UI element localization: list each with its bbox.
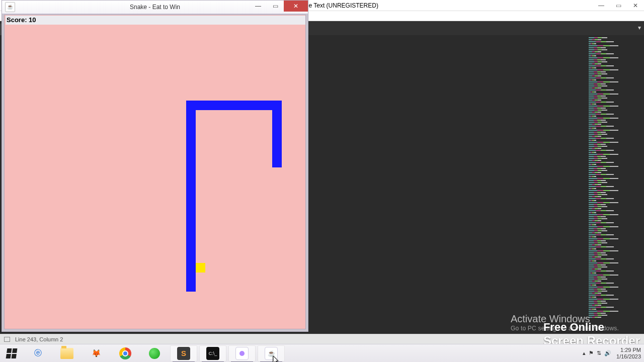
snake-segment xyxy=(272,129,282,139)
taskbar-clock[interactable]: 1:29 PM 1/16/2023 xyxy=(616,347,641,360)
taskbar-cmd[interactable]: C:\_ xyxy=(199,345,226,361)
snake-segment xyxy=(205,101,215,110)
maximize-button[interactable]: ▭ xyxy=(610,0,627,11)
snake-segment xyxy=(224,101,234,110)
snake-segment xyxy=(186,253,196,263)
snake-segment xyxy=(253,101,263,110)
close-button[interactable]: ✕ xyxy=(627,0,644,11)
snake-segment xyxy=(186,234,196,244)
cursor-position: Line 243, Column 2 xyxy=(15,336,63,342)
snake-segment xyxy=(186,139,196,148)
snake-segment xyxy=(186,225,196,234)
taskbar-sublime[interactable]: S xyxy=(170,345,197,361)
recorder-icon xyxy=(235,347,249,360)
snake-segment xyxy=(186,196,196,206)
snake-segment xyxy=(263,101,272,110)
snake-segment xyxy=(186,101,196,110)
chrome-icon xyxy=(119,347,132,360)
snake-segment xyxy=(186,120,196,129)
sublime-window-controls: — ▭ ✕ xyxy=(593,0,644,11)
java-icon: ☕ xyxy=(5,2,15,12)
clock-date: 1/16/2023 xyxy=(616,353,641,360)
system-tray[interactable]: ▴ ⚑ ⇅ 🔊 xyxy=(583,350,611,356)
java-app-icon: ☕ xyxy=(265,347,278,360)
score-display: Score: 10 xyxy=(6,16,305,25)
tray-volume-icon[interactable]: 🔊 xyxy=(604,350,611,356)
taskbar-green-app[interactable] xyxy=(141,345,168,361)
cmd-icon: C:\_ xyxy=(206,347,219,360)
minimize-button[interactable]: — xyxy=(593,0,610,11)
snake-segment xyxy=(234,101,244,110)
green-dot-icon xyxy=(148,347,161,360)
maximize-button[interactable]: ▭ xyxy=(267,1,284,12)
start-button[interactable] xyxy=(0,344,23,363)
snake-segment xyxy=(186,158,196,167)
windows-logo-icon xyxy=(6,348,18,358)
minimap[interactable] xyxy=(589,37,639,326)
snake-segment xyxy=(186,215,196,225)
snake-window-controls: — ▭ ✕ xyxy=(250,1,308,14)
snake-segment xyxy=(186,167,196,177)
snake-segment xyxy=(215,101,224,110)
snake-segment xyxy=(196,101,205,110)
taskbar-ie[interactable]: ⓔ xyxy=(24,345,51,361)
taskbar-java[interactable]: ☕ xyxy=(258,345,285,361)
taskbar-explorer[interactable] xyxy=(53,345,80,361)
snake-segment xyxy=(272,148,282,158)
system-tray-area[interactable]: ▴ ⚑ ⇅ 🔊 1:29 PM 1/16/2023 xyxy=(583,344,644,362)
firefox-icon: 🦊 xyxy=(90,347,103,360)
snake-segment xyxy=(244,101,253,110)
snake-title-text: Snake - Eat to Win xyxy=(130,4,180,11)
snake-segment xyxy=(272,110,282,120)
snake-segment xyxy=(186,187,196,196)
tray-network-icon[interactable]: ⇅ xyxy=(597,350,601,356)
tray-flag-icon[interactable]: ⚑ xyxy=(589,350,594,356)
clock-time: 1:29 PM xyxy=(616,347,641,353)
snake-segment xyxy=(186,110,196,120)
food xyxy=(196,263,205,273)
console-icon[interactable] xyxy=(4,337,10,342)
minimize-button[interactable]: — xyxy=(250,1,267,12)
watermark-line1: Free Online xyxy=(543,321,640,334)
snake-segment xyxy=(186,129,196,139)
snake-segment xyxy=(186,244,196,253)
snake-segment xyxy=(272,120,282,129)
snake-segment xyxy=(186,206,196,215)
close-button[interactable]: ✕ xyxy=(284,1,308,12)
sublime-icon: S xyxy=(177,347,190,360)
snake-segment xyxy=(186,273,196,282)
chevron-down-icon[interactable]: ▾ xyxy=(638,24,641,31)
snake-titlebar[interactable]: ☕ Snake - Eat to Win — ▭ ✕ xyxy=(2,1,308,14)
snake-segment xyxy=(186,282,196,292)
snake-segment xyxy=(186,148,196,158)
taskbar-items: ⓔ 🦊 S C:\_ ☕ xyxy=(23,344,286,362)
snake-game-window[interactable]: ☕ Snake - Eat to Win — ▭ ✕ Score: 10 xyxy=(2,0,308,332)
game-board[interactable]: Score: 10 xyxy=(4,15,306,329)
tray-chevron-icon[interactable]: ▴ xyxy=(583,350,586,356)
snake-segment xyxy=(272,158,282,167)
taskbar[interactable]: ⓔ 🦊 S C:\_ ☕ ▴ ⚑ ⇅ 🔊 1:29 PM 1/16/2023 xyxy=(0,344,644,362)
taskbar-recorder[interactable] xyxy=(228,345,256,361)
snake-segment xyxy=(186,177,196,187)
snake-segment xyxy=(272,139,282,148)
taskbar-firefox[interactable]: 🦊 xyxy=(83,345,110,361)
folder-icon xyxy=(60,347,73,360)
ie-icon: ⓔ xyxy=(31,347,44,360)
taskbar-chrome[interactable] xyxy=(112,345,139,361)
snake-segment xyxy=(272,101,282,110)
snake-segment xyxy=(186,263,196,273)
